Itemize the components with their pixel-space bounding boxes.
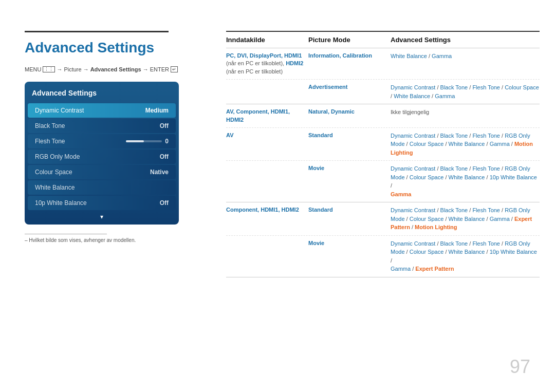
footnote-rule xyxy=(25,234,107,234)
arrow3: → xyxy=(143,66,149,72)
enter-icon: ↵ xyxy=(171,66,178,72)
black-tone-value: Off xyxy=(160,122,169,129)
chevron-down-icon: ▾ xyxy=(25,211,179,221)
table-row: AV Standard Dynamic Contrast / Black Ton… xyxy=(226,127,540,161)
cell-source xyxy=(226,164,308,198)
page-number: 97 xyxy=(510,356,530,378)
arrow1: → xyxy=(57,66,62,72)
header-settings: Advanced Settings xyxy=(391,36,540,44)
cell-mode: Standard xyxy=(308,132,391,157)
cell-source: AV, Component, HDMI1,HDMI2 xyxy=(226,108,308,124)
header-mode: Picture Mode xyxy=(308,36,391,44)
flesh-tone-slider-track xyxy=(126,140,162,142)
cell-source: AV xyxy=(226,132,308,157)
enter-label: ENTER xyxy=(150,66,169,72)
white-balance-label: White Balance xyxy=(35,184,169,191)
black-tone-row[interactable]: Black Tone Off xyxy=(28,119,176,133)
cell-settings: White Balance / Gamma xyxy=(391,52,540,76)
table-row: Movie Dynamic Contrast / Black Tone / Fl… xyxy=(226,160,540,202)
advanced-settings-label: Advanced Settings xyxy=(90,66,141,72)
dynamic-contrast-value: Medium xyxy=(145,107,169,114)
page-title: Advanced Settings xyxy=(25,40,199,56)
table-body: PC, DVI, DisplayPort, HDMI1 (når en PC e… xyxy=(226,48,540,277)
table-section-2: AV, Component, HDMI1,HDMI2 Natural, Dyna… xyxy=(226,104,540,202)
colour-space-value: Native xyxy=(150,169,169,176)
cell-source xyxy=(226,83,308,100)
cell-settings: Dynamic Contrast / Black Tone / Flesh To… xyxy=(391,83,540,100)
left-section: Advanced Settings MENU ⋮⋮ → Picture → Ad… xyxy=(25,31,199,243)
cell-source xyxy=(226,239,308,273)
table-row: Component, HDMI1, HDMI2 Standard Dynamic… xyxy=(226,202,540,235)
table-header: Inndatakilde Picture Mode Advanced Setti… xyxy=(226,32,540,48)
cell-source: PC, DVI, DisplayPort, HDMI1 (når en PC e… xyxy=(226,52,308,76)
picture-label: Picture xyxy=(64,66,81,72)
dynamic-contrast-row[interactable]: Dynamic Contrast Medium xyxy=(28,103,176,118)
cell-settings: Dynamic Contrast / Black Tone / Flesh To… xyxy=(391,239,540,273)
cell-settings: Dynamic Contrast / Black Tone / Flesh To… xyxy=(391,206,540,232)
menu-path: MENU ⋮⋮ → Picture → Advanced Settings → … xyxy=(25,66,199,72)
settings-panel: Advanced Settings Dynamic Contrast Mediu… xyxy=(25,82,179,225)
table-row: Movie Dynamic Contrast / Black Tone / Fl… xyxy=(226,235,540,277)
table-section-3: Component, HDMI1, HDMI2 Standard Dynamic… xyxy=(226,202,540,277)
table-row: PC, DVI, DisplayPort, HDMI1 (når en PC e… xyxy=(226,48,540,79)
footnote-text: – Hvilket bilde som vises, avhenger av m… xyxy=(25,237,136,243)
rgb-only-mode-value: Off xyxy=(160,153,169,160)
10p-white-balance-row[interactable]: 10p White Balance Off xyxy=(28,196,176,210)
black-tone-label: Black Tone xyxy=(35,122,160,129)
top-rule xyxy=(25,31,169,32)
settings-panel-title: Advanced Settings xyxy=(25,89,179,102)
table-row: AV, Component, HDMI1,HDMI2 Natural, Dyna… xyxy=(226,104,540,127)
cell-mode: Movie xyxy=(308,164,391,198)
dynamic-contrast-label: Dynamic Contrast xyxy=(35,107,145,114)
menu-icon-box: ⋮⋮ xyxy=(43,66,55,72)
header-source: Inndatakilde xyxy=(226,36,308,44)
table-section-1: PC, DVI, DisplayPort, HDMI1 (når en PC e… xyxy=(226,48,540,104)
right-section: Inndatakilde Picture Mode Advanced Setti… xyxy=(226,31,540,277)
colour-space-label: Colour Space xyxy=(35,169,150,176)
10p-white-balance-value: Off xyxy=(160,199,169,207)
flesh-tone-value: 0 xyxy=(165,138,169,145)
cell-settings: Dynamic Contrast / Black Tone / Flesh To… xyxy=(391,132,540,157)
cell-mode: Natural, Dynamic xyxy=(308,108,391,124)
flesh-tone-slider-fill xyxy=(126,140,144,142)
cell-settings: Dynamic Contrast / Black Tone / Flesh To… xyxy=(391,164,540,198)
footnote-area: – Hvilket bilde som vises, avhenger av m… xyxy=(25,234,199,243)
cell-settings: Ikke tilgjengelig xyxy=(391,108,540,124)
table-row: Advertisement Dynamic Contrast / Black T… xyxy=(226,79,540,104)
white-balance-row[interactable]: White Balance xyxy=(28,180,176,195)
arrow2: → xyxy=(83,66,89,72)
cell-mode: Advertisement xyxy=(308,83,391,100)
flesh-tone-slider-container[interactable]: 0 xyxy=(126,138,169,145)
flesh-tone-row[interactable]: Flesh Tone 0 xyxy=(28,134,176,148)
colour-space-row[interactable]: Colour Space Native xyxy=(28,165,176,179)
cell-source: Component, HDMI1, HDMI2 xyxy=(226,206,308,232)
rgb-only-mode-label: RGB Only Mode xyxy=(35,153,160,160)
flesh-tone-label: Flesh Tone xyxy=(35,138,126,145)
10p-white-balance-label: 10p White Balance xyxy=(35,199,160,207)
cell-mode: Information, Calibration xyxy=(308,52,391,76)
cell-mode: Standard xyxy=(308,206,391,232)
menu-label: MENU xyxy=(25,66,41,72)
cell-mode: Movie xyxy=(308,239,391,273)
rgb-only-mode-row[interactable]: RGB Only Mode Off xyxy=(28,150,176,164)
